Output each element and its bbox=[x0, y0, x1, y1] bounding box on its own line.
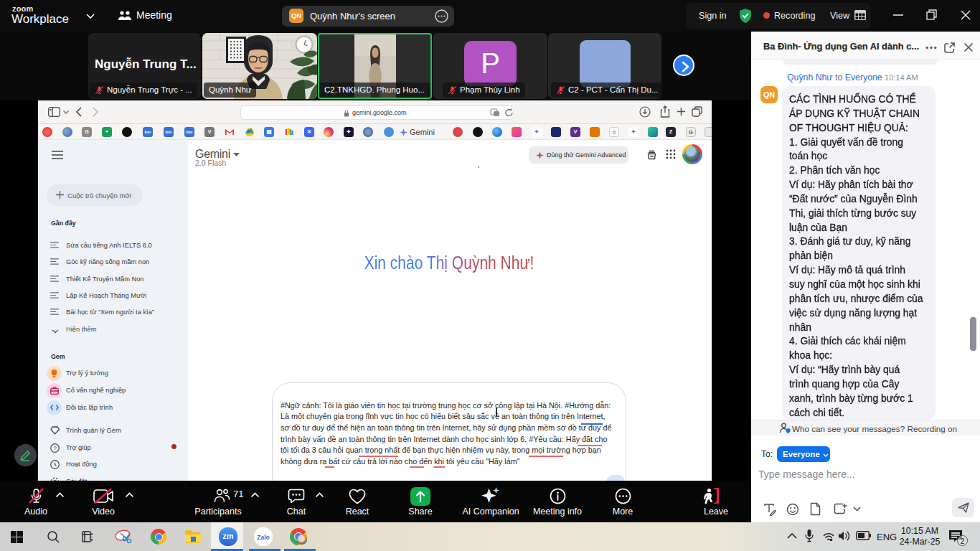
svg-text:?: ? bbox=[53, 445, 57, 451]
